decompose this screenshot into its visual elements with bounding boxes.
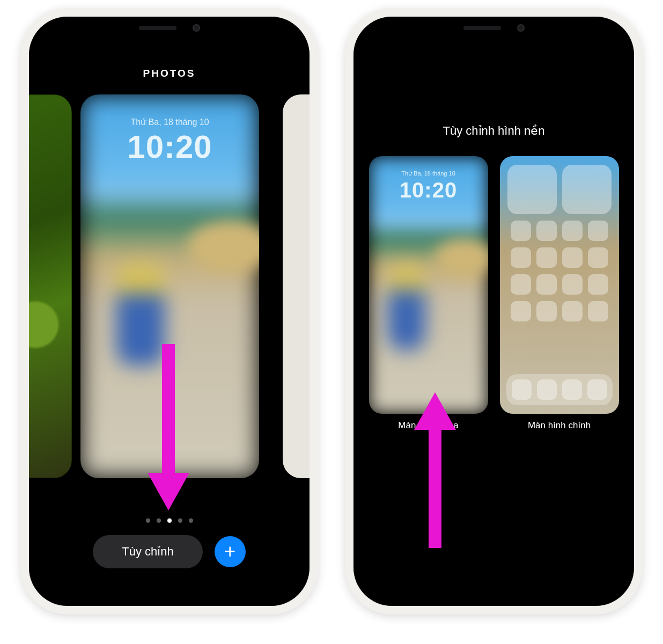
homescreen-label: Màn hình chính (528, 420, 591, 431)
lock-clock: Thứ Ba, 18 tháng 10 10:20 (80, 117, 259, 165)
front-camera-icon (193, 24, 200, 32)
lock-time: 10:20 (369, 178, 488, 202)
app-icon (511, 274, 531, 295)
app-icon (588, 301, 608, 321)
app-icon (588, 274, 608, 295)
phone-volume-down (345, 229, 346, 274)
notch (428, 17, 560, 39)
pager-dot (178, 518, 182, 523)
app-icon (536, 247, 557, 268)
svg-marker-2 (414, 392, 456, 430)
phone-power-button (642, 188, 643, 261)
pager-dot-active (167, 518, 172, 523)
lockscreen-preview[interactable]: Thứ Ba, 18 tháng 10 10:20 (369, 156, 488, 414)
app-icon (536, 274, 557, 295)
notch (104, 17, 235, 39)
speaker-icon (463, 26, 501, 30)
app-icon (588, 221, 608, 241)
wallpaper-card-prev[interactable] (29, 94, 72, 478)
add-wallpaper-button[interactable]: + (215, 536, 246, 567)
annotation-arrow-up (411, 392, 459, 548)
lock-time: 10:20 (80, 128, 259, 165)
annotation-arrow-down (144, 344, 193, 510)
app-icon (511, 301, 531, 321)
phone-right: Tùy chỉnh hình nền Thứ Ba, 18 tháng 10 1… (345, 8, 643, 614)
lock-date: Thứ Ba, 18 tháng 10 (80, 117, 259, 127)
svg-marker-1 (148, 473, 189, 510)
phone-power-button (317, 188, 318, 261)
wallpaper-thumb-green (29, 94, 72, 478)
app-icon (588, 247, 608, 268)
wallpaper-card-next[interactable] (283, 94, 310, 478)
widget-icon (507, 165, 557, 214)
phone-mute-switch (345, 129, 346, 153)
app-icon (562, 301, 583, 321)
screen-wallpaper-switcher: PHOTOS Thứ Ba, 18 tháng 10 10:20 (29, 17, 310, 606)
app-icon (562, 247, 583, 268)
wallpaper-category-label: PHOTOS (29, 68, 310, 79)
app-icon (536, 221, 557, 241)
phone-volume-up (345, 170, 346, 215)
app-icon (562, 379, 582, 400)
app-icon (562, 274, 583, 295)
lock-date: Thứ Ba, 18 tháng 10 (369, 170, 488, 177)
homescreen-dock (506, 374, 613, 405)
app-icon (512, 379, 532, 400)
phone-volume-up (20, 170, 21, 215)
phone-left: PHOTOS Thứ Ba, 18 tháng 10 10:20 (20, 8, 318, 614)
widget-icon (562, 165, 612, 214)
customize-button[interactable]: Tùy chỉnh (93, 535, 203, 568)
pager-dot (146, 518, 150, 523)
app-icon (511, 247, 531, 268)
plus-icon: + (224, 540, 235, 563)
app-icon (537, 379, 557, 400)
front-camera-icon (517, 24, 525, 32)
app-icon (511, 221, 531, 241)
phone-volume-down (20, 229, 21, 274)
app-icon (536, 301, 557, 321)
speaker-icon (139, 26, 176, 30)
pager-dot (157, 518, 161, 523)
homescreen-preview[interactable] (500, 156, 619, 414)
app-icon (562, 221, 583, 241)
app-icon (587, 379, 607, 400)
screen-customize-wallpaper: Tùy chỉnh hình nền Thứ Ba, 18 tháng 10 1… (353, 17, 634, 606)
lock-clock: Thứ Ba, 18 tháng 10 10:20 (369, 170, 488, 202)
homescreen-grid (506, 165, 613, 405)
phone-mute-switch (20, 129, 21, 153)
customize-title: Tùy chỉnh hình nền (353, 124, 634, 138)
wallpaper-pager (29, 518, 310, 523)
pager-dot (189, 518, 193, 523)
